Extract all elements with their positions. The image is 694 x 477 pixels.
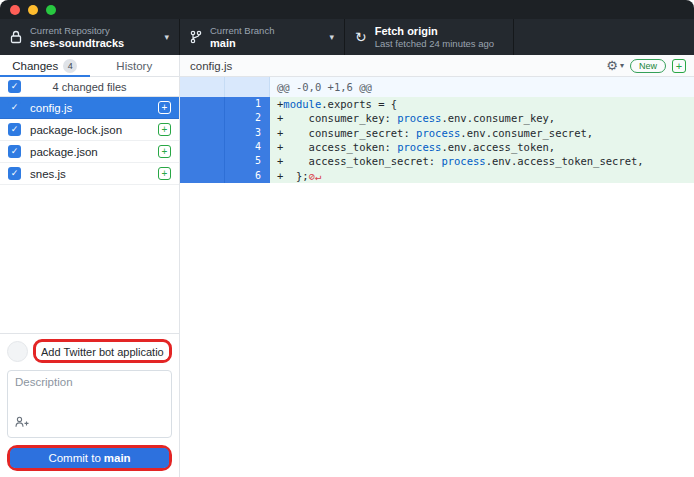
lock-icon: [10, 30, 22, 44]
annotation-highlight-commit: Commit to main: [7, 445, 172, 471]
file-row-config-js[interactable]: ✓ config.js +: [0, 97, 179, 119]
line-number: 3: [225, 126, 270, 140]
diff-header-actions: ⚙ ▾ New +: [606, 59, 686, 73]
commit-to-main-button[interactable]: Commit to main: [10, 448, 169, 468]
hunk-header-row: @@ -0,0 +1,6 @@: [180, 77, 694, 97]
select-all-row[interactable]: ✓ 4 changed files: [0, 77, 179, 97]
commit-description-textarea[interactable]: Description: [7, 370, 172, 438]
github-desktop-window: Current Repository snes-soundtracks ▾ Cu…: [0, 0, 694, 477]
line-gutter[interactable]: 5: [180, 154, 270, 168]
refresh-icon: ↻: [355, 30, 367, 44]
line-code: + consumer_secret: process.env.consumer_…: [270, 126, 694, 140]
diff-options-button[interactable]: ⚙ ▾: [606, 59, 624, 72]
diff-line-4: 4 + access_token: process.env.access_tok…: [180, 140, 694, 154]
tab-changes[interactable]: Changes 4: [0, 55, 90, 76]
diff-line-1: 1 +module.exports = {: [180, 97, 694, 111]
file-row-snes-js[interactable]: ✓ snes.js +: [0, 163, 179, 185]
file-name: snes.js: [30, 168, 149, 180]
line-code: + access_token_secret: process.env.acces…: [270, 154, 694, 168]
check-icon: ✓: [11, 103, 19, 112]
line-number: 6: [225, 169, 270, 183]
line-code: + consumer_key: process.env.consumer_key…: [270, 111, 694, 125]
chevron-down-icon: ▾: [164, 32, 169, 42]
tab-history-label: History: [116, 60, 152, 72]
diff-line-3: 3 + consumer_secret: process.env.consume…: [180, 126, 694, 140]
commit-button-prefix: Commit to: [48, 452, 100, 464]
zoom-window-button[interactable]: [46, 5, 56, 15]
line-number: 4: [225, 140, 270, 154]
avatar: [7, 341, 28, 362]
diff-line-5: 5 + access_token_secret: process.env.acc…: [180, 154, 694, 168]
diff-file-title: config.js: [190, 60, 606, 72]
file-row-package-json[interactable]: ✓ package.json +: [0, 141, 179, 163]
added-file-icon: +: [158, 101, 171, 114]
gear-icon: ⚙: [606, 59, 618, 72]
changes-count-badge: 4: [63, 59, 77, 73]
sidebar-spacer: [0, 185, 179, 333]
commit-button-branch: main: [104, 452, 131, 464]
current-branch-value: main: [210, 37, 321, 50]
diff-empty-area: [180, 183, 694, 477]
file-checkbox[interactable]: ✓: [8, 167, 21, 180]
annotation-highlight-summary: [33, 339, 172, 363]
chevron-down-icon: ▾: [620, 61, 624, 70]
check-icon: ✓: [11, 125, 19, 134]
description-placeholder: Description: [15, 376, 73, 388]
minimize-window-button[interactable]: [28, 5, 38, 15]
line-gutter[interactable]: 4: [180, 140, 270, 154]
added-file-icon: +: [158, 123, 171, 136]
line-code: +module.exports = {: [270, 97, 694, 111]
file-checkbox[interactable]: ✓: [8, 101, 21, 114]
current-branch-selector[interactable]: Current Branch main ▾: [180, 19, 345, 55]
commit-summary-input[interactable]: [36, 344, 169, 360]
line-number: 5: [225, 154, 270, 168]
added-file-icon: +: [158, 145, 171, 158]
sidebar-tabs: Changes 4 History: [0, 55, 179, 77]
diff-view: @@ -0,0 +1,6 @@ 1 +module.exports = { 2 …: [180, 77, 694, 183]
line-gutter[interactable]: 1: [180, 97, 270, 111]
close-window-button[interactable]: [10, 5, 20, 15]
current-repository-selector[interactable]: Current Repository snes-soundtracks ▾: [0, 19, 180, 55]
new-file-badge: New: [630, 59, 666, 73]
file-checkbox[interactable]: ✓: [8, 145, 21, 158]
line-code: + access_token: process.env.access_token…: [270, 140, 694, 154]
git-branch-icon: [190, 30, 202, 44]
file-name: package-lock.json: [30, 124, 149, 136]
chevron-down-icon: ▾: [329, 32, 334, 42]
tab-changes-label: Changes: [12, 60, 58, 72]
toolbar: Current Repository snes-soundtracks ▾ Cu…: [0, 19, 694, 55]
hunk-gutter: [180, 77, 270, 97]
no-newline-icon: ⊘↵: [309, 170, 322, 182]
current-branch-label: Current Branch: [210, 25, 321, 37]
current-repository-value: snes-soundtracks: [30, 37, 156, 50]
line-gutter[interactable]: 2: [180, 111, 270, 125]
line-gutter[interactable]: 3: [180, 126, 270, 140]
tab-history[interactable]: History: [90, 55, 180, 76]
line-number: 1: [225, 97, 270, 111]
file-name: package.json: [30, 146, 149, 158]
add-coauthor-icon[interactable]: [15, 414, 30, 432]
file-checkbox[interactable]: ✓: [8, 123, 21, 136]
changed-files-count: 4 changed files: [0, 81, 179, 93]
fetch-origin-label: Fetch origin: [375, 25, 503, 38]
check-icon: ✓: [11, 147, 19, 156]
diff-header: config.js ⚙ ▾ New +: [180, 55, 694, 77]
diff-line-2: 2 + consumer_key: process.env.consumer_k…: [180, 111, 694, 125]
diff-panel: config.js ⚙ ▾ New + @@ -0,0 +1,6 @@ 1: [180, 55, 694, 477]
line-number: 2: [225, 111, 270, 125]
sidebar: Changes 4 History ✓ 4 changed files ✓: [0, 55, 180, 477]
hunk-header-text: @@ -0,0 +1,6 @@: [270, 77, 694, 97]
app-body: Changes 4 History ✓ 4 changed files ✓: [0, 55, 694, 477]
commit-summary-row: [7, 339, 172, 363]
line-code: + };⊘↵: [270, 169, 694, 183]
line-gutter[interactable]: 6: [180, 169, 270, 183]
file-name: config.js: [30, 102, 149, 114]
file-row-package-lock-json[interactable]: ✓ package-lock.json +: [0, 119, 179, 141]
added-file-icon: +: [158, 167, 171, 180]
changed-file-list: ✓ config.js + ✓ package-lock.json + ✓: [0, 97, 179, 185]
diff-line-6: 6 + };⊘↵: [180, 169, 694, 183]
check-icon: ✓: [11, 169, 19, 178]
commit-area: Description Commit to main: [0, 333, 179, 477]
fetch-origin-button[interactable]: ↻ Fetch origin Last fetched 24 minutes a…: [345, 19, 514, 55]
expand-diff-button[interactable]: +: [672, 59, 686, 73]
